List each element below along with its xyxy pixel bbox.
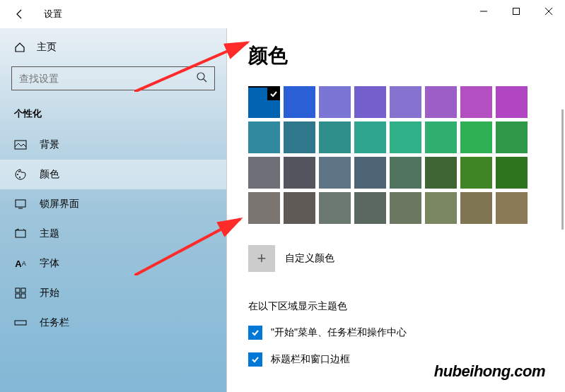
color-swatch[interactable] (319, 86, 351, 118)
custom-color-label: 自定义颜色 (285, 252, 334, 265)
color-swatch[interactable] (425, 192, 457, 224)
svg-point-7 (17, 174, 18, 175)
sidebar-item-label: 字体 (40, 257, 59, 270)
color-swatch[interactable] (354, 86, 386, 118)
sidebar-item-lockscreen[interactable]: 锁屏界面 (0, 189, 226, 219)
minimize-button[interactable] (467, 0, 500, 23)
color-swatch[interactable] (284, 157, 315, 189)
sidebar-item-label: 任务栏 (40, 316, 69, 329)
color-swatch[interactable] (460, 192, 492, 224)
search-input[interactable] (19, 73, 161, 84)
font-icon: AA (14, 257, 27, 270)
svg-point-9 (19, 177, 21, 178)
color-swatch[interactable] (425, 157, 457, 189)
color-swatch[interactable] (354, 157, 386, 189)
lockscreen-icon (14, 198, 27, 210)
color-swatch[interactable] (319, 121, 351, 153)
svg-rect-14 (16, 288, 20, 292)
plus-icon: + (257, 249, 267, 268)
sidebar-item-themes[interactable]: 主题 (0, 219, 226, 249)
svg-line-5 (204, 79, 206, 82)
sidebar-item-label: 背景 (40, 138, 59, 151)
svg-point-4 (197, 73, 204, 80)
close-button[interactable] (532, 0, 565, 23)
checkbox-icon (248, 352, 262, 367)
accent-section-heading: 在以下区域显示主题色 (248, 300, 565, 313)
svg-point-8 (18, 171, 20, 172)
color-swatch[interactable] (354, 192, 386, 224)
color-swatch[interactable] (284, 192, 315, 224)
checkbox-label: 标题栏和窗口边框 (271, 353, 350, 366)
color-swatch[interactable] (354, 121, 386, 153)
color-swatch[interactable] (460, 157, 492, 189)
section-label: 个性化 (0, 102, 226, 130)
checkbox-start-taskbar[interactable]: "开始"菜单、任务栏和操作中心 (248, 326, 565, 340)
search-icon (196, 71, 207, 85)
back-button[interactable] (13, 7, 27, 21)
color-swatch[interactable] (496, 86, 528, 118)
sidebar-item-colors[interactable]: 颜色 (0, 160, 226, 189)
svg-rect-1 (513, 8, 520, 15)
color-swatch[interactable] (425, 121, 457, 153)
checkbox-icon (248, 326, 262, 340)
scrollbar[interactable] (561, 109, 564, 230)
color-grid (248, 86, 565, 224)
color-swatch[interactable] (248, 192, 280, 224)
color-swatch[interactable] (284, 86, 315, 118)
main-content: 颜色 + 自定义颜色 在以下区域显示主题色 "开始"菜单、任务栏和操作中心 标题… (226, 28, 565, 392)
theme-icon (14, 227, 27, 240)
page-title: 颜色 (248, 42, 565, 69)
svg-rect-18 (15, 321, 26, 325)
titlebar: 设置 (0, 0, 565, 28)
nav-list: 背景 颜色 锁屏界面 主题 AA 字体 (0, 130, 226, 338)
sidebar-item-label: 锁屏界面 (40, 198, 79, 210)
maximize-button[interactable] (500, 0, 532, 23)
color-swatch[interactable] (284, 121, 315, 153)
svg-rect-17 (21, 294, 25, 298)
picture-icon (14, 138, 27, 151)
color-swatch[interactable] (496, 121, 528, 153)
start-icon (14, 287, 27, 299)
color-swatch[interactable] (425, 86, 457, 118)
sidebar-item-start[interactable]: 开始 (0, 278, 226, 308)
svg-rect-15 (21, 288, 25, 292)
sidebar-item-label: 开始 (40, 287, 59, 299)
color-swatch[interactable] (248, 121, 280, 153)
check-icon (267, 88, 280, 100)
sidebar-item-label: 主题 (40, 227, 59, 240)
color-swatch[interactable] (390, 86, 421, 118)
sidebar-item-background[interactable]: 背景 (0, 130, 226, 160)
svg-rect-10 (16, 200, 25, 207)
svg-rect-12 (16, 230, 25, 237)
color-swatch[interactable] (390, 157, 421, 189)
sidebar-item-fonts[interactable]: AA 字体 (0, 249, 226, 278)
home-label: 主页 (37, 41, 57, 54)
watermark: hubeihong.com (434, 362, 545, 381)
sidebar: 主页 个性化 背景 颜色 锁屏界面 (0, 28, 226, 392)
home-link[interactable]: 主页 (0, 34, 226, 61)
svg-rect-16 (16, 294, 20, 298)
color-swatch[interactable] (496, 192, 528, 224)
color-swatch[interactable] (460, 121, 492, 153)
taskbar-icon (14, 316, 27, 329)
color-swatch[interactable] (319, 192, 351, 224)
color-swatch[interactable] (390, 121, 421, 153)
color-swatch[interactable] (460, 86, 492, 118)
search-box[interactable] (11, 66, 215, 90)
color-swatch[interactable] (248, 157, 280, 189)
checkbox-label: "开始"菜单、任务栏和操作中心 (271, 326, 407, 339)
home-icon (14, 42, 25, 53)
color-swatch[interactable] (248, 86, 280, 118)
color-swatch[interactable] (319, 157, 351, 189)
color-swatch[interactable] (496, 157, 528, 189)
window-title: 设置 (44, 8, 62, 20)
palette-icon (14, 168, 27, 181)
sidebar-item-label: 颜色 (40, 168, 59, 181)
sidebar-item-taskbar[interactable]: 任务栏 (0, 308, 226, 338)
color-swatch[interactable] (390, 192, 421, 224)
add-custom-color-button[interactable]: + (248, 245, 275, 272)
